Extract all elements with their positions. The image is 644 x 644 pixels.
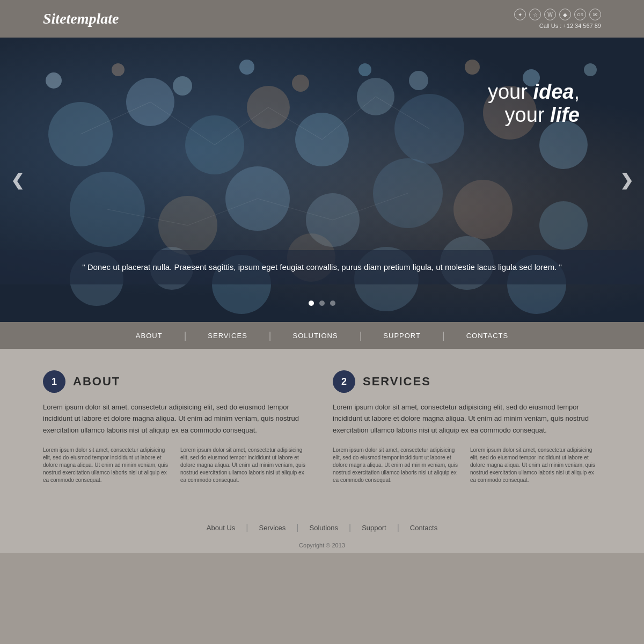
- services-header: 2 SERVICES: [333, 370, 601, 393]
- hero-dots: [309, 301, 335, 306]
- hero-text: your idea, your life: [488, 80, 580, 127]
- about-header: 1 ABOUT: [43, 370, 311, 393]
- svg-point-8: [539, 121, 588, 169]
- footer-nav-contacts[interactable]: Contacts: [399, 524, 448, 532]
- svg-point-14: [453, 180, 513, 239]
- svg-point-28: [358, 63, 371, 76]
- nav-about[interactable]: ABOUT: [114, 332, 184, 340]
- about-thumb-1-caption: Lorem ipsum dolor sit amet, consectetur …: [43, 447, 174, 484]
- nav-bar: ABOUT | SERVICES | SOLUTIONS | SUPPORT |…: [0, 322, 644, 349]
- svg-point-32: [584, 63, 597, 76]
- services-thumb-2-caption: Lorem ipsum dolor sit amet, consectetur …: [470, 447, 601, 484]
- nav-solutions[interactable]: SOLUTIONS: [272, 332, 360, 340]
- about-number: 1: [43, 370, 65, 393]
- nav-services[interactable]: SERVICES: [186, 332, 269, 340]
- footer-nav: About Us | Services | Solutions | Suppor…: [0, 512, 644, 538]
- nav-support[interactable]: SUPPORT: [362, 332, 442, 340]
- hero-prev-button[interactable]: ❮: [11, 171, 24, 189]
- services-title: SERVICES: [363, 375, 431, 389]
- hero-next-button[interactable]: ❯: [620, 171, 633, 189]
- about-title: ABOUT: [73, 375, 120, 389]
- icon-w[interactable]: W: [544, 9, 556, 20]
- services-number: 2: [333, 370, 355, 393]
- about-thumbs: Lorem ipsum dolor sit amet, consectetur …: [43, 447, 311, 484]
- about-section: 1 ABOUT Lorem ipsum dolor sit amet, cons…: [43, 370, 311, 491]
- footer-nav-about[interactable]: About Us: [196, 524, 246, 532]
- about-thumb-1-col: Lorem ipsum dolor sit amet, consectetur …: [43, 447, 174, 484]
- icon-diamond[interactable]: ◆: [559, 9, 571, 20]
- hero-section: your idea, your life ❮ ❯ " Donec ut plac…: [0, 38, 644, 322]
- header-icons: ✦ ☆ W ◆ OS ✉: [514, 9, 601, 20]
- nav-contacts[interactable]: CONTACTS: [445, 332, 530, 340]
- header: Sitetemplate ✦ ☆ W ◆ OS ✉ Call Us : +12 …: [0, 0, 644, 38]
- svg-point-29: [409, 71, 428, 90]
- icon-mail[interactable]: ✉: [589, 9, 601, 20]
- footer-nav-support[interactable]: Support: [351, 524, 397, 532]
- icon-star[interactable]: ✦: [514, 9, 526, 20]
- svg-point-26: [239, 60, 254, 75]
- hero-dot-1[interactable]: [309, 301, 314, 306]
- hero-quote: " Donec ut placerat nulla. Praesent sagi…: [54, 261, 590, 274]
- services-thumb-1-caption: Lorem ipsum dolor sit amet, consectetur …: [333, 447, 464, 484]
- hero-line2: your life: [488, 104, 580, 127]
- header-right: ✦ ☆ W ◆ OS ✉ Call Us : +12 34 567 89: [514, 9, 601, 29]
- logo: Sitetemplate: [43, 10, 119, 27]
- services-thumbs: Lorem ipsum dolor sit amet, consectetur …: [333, 447, 601, 484]
- services-thumb-2-col: Lorem ipsum dolor sit amet, consectetur …: [470, 447, 601, 484]
- svg-point-23: [46, 72, 62, 89]
- hero-dot-2[interactable]: [319, 301, 325, 306]
- hero-line1: your idea,: [488, 80, 580, 104]
- svg-point-25: [173, 76, 192, 96]
- about-body: Lorem ipsum dolor sit amet, consectetur …: [43, 401, 311, 436]
- content-section: 1 ABOUT Lorem ipsum dolor sit amet, cons…: [0, 349, 644, 512]
- footer-copyright: Copyright © 2013: [0, 538, 644, 553]
- icon-bookmark[interactable]: ☆: [529, 9, 541, 20]
- svg-point-30: [465, 60, 480, 75]
- svg-point-15: [539, 201, 588, 250]
- svg-point-24: [112, 63, 125, 76]
- footer-nav-solutions[interactable]: Solutions: [299, 524, 349, 532]
- footer-nav-services[interactable]: Services: [248, 524, 296, 532]
- about-thumb-2-caption: Lorem ipsum dolor sit amet, consectetur …: [180, 447, 311, 484]
- services-thumb-1-col: Lorem ipsum dolor sit amet, consectetur …: [333, 447, 464, 484]
- services-section: 2 SERVICES Lorem ipsum dolor sit amet, c…: [333, 370, 601, 491]
- svg-point-27: [292, 75, 309, 92]
- hero-dot-3[interactable]: [330, 301, 335, 306]
- content-grid: 1 ABOUT Lorem ipsum dolor sit amet, cons…: [43, 370, 601, 491]
- services-body: Lorem ipsum dolor sit amet, consectetur …: [333, 401, 601, 436]
- icon-os[interactable]: OS: [574, 9, 586, 20]
- call-us: Call Us : +12 34 567 89: [539, 23, 601, 29]
- hero-quote-band: " Donec ut placerat nulla. Praesent sagi…: [0, 250, 644, 284]
- about-thumb-2-col: Lorem ipsum dolor sit amet, consectetur …: [180, 447, 311, 484]
